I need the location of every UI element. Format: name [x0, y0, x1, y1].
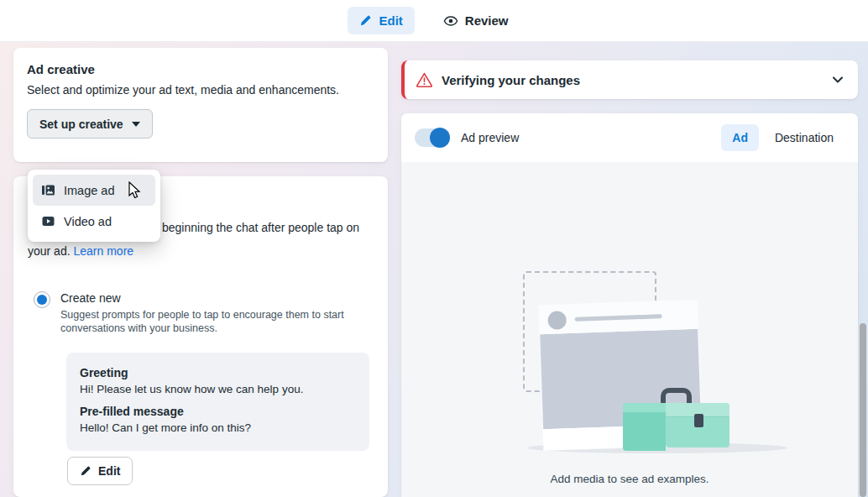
ad-preview-empty-state: Add media to see ad examples.: [401, 162, 858, 497]
tab-review[interactable]: Review: [431, 7, 520, 35]
tab-edit[interactable]: Edit: [348, 7, 414, 34]
warning-triangle-icon: [416, 71, 433, 88]
edit-message-label: Edit: [98, 464, 120, 478]
verifying-changes-title: Verifying your changes: [442, 73, 580, 87]
preview-tabs: Ad Destination: [721, 124, 844, 151]
create-new-label: Create new: [60, 291, 350, 305]
top-tab-bar: Edit Review: [0, 0, 868, 42]
creative-type-dropdown-menu: Image ad Video ad: [28, 170, 160, 242]
messaging-intro-line1: beginning the chat after people tap on: [162, 221, 359, 234]
ad-preview-header: Ad preview Ad Destination: [401, 113, 858, 162]
video-ad-icon: [41, 214, 55, 228]
radio-selected-icon[interactable]: [34, 291, 50, 308]
greeting-label: Greeting: [80, 365, 356, 381]
messaging-intro-line2: your ad. Learn more: [28, 244, 133, 258]
eye-icon: [443, 13, 458, 29]
ad-preview-toggle[interactable]: [415, 128, 450, 147]
ad-creative-title: Ad creative: [27, 62, 374, 76]
ad-creative-card: Ad creative Select and optimize your ad …: [13, 48, 388, 162]
message-template-preview: Greeting Hi! Please let us know how we c…: [66, 353, 369, 451]
vertical-scrollbar-thumb[interactable]: [860, 323, 866, 497]
pencil-icon: [80, 465, 92, 477]
add-media-hint-text: Add media to see ad examples.: [401, 473, 858, 485]
tab-ad[interactable]: Ad: [721, 124, 759, 151]
mouse-cursor-icon: [126, 181, 143, 200]
ad-preview-toggle-label: Ad preview: [461, 131, 519, 144]
mockup-avatar: [547, 311, 567, 330]
verifying-changes-banner[interactable]: Verifying your changes: [401, 60, 858, 99]
greeting-text: Hi! Please let us know how we can help y…: [80, 381, 356, 397]
dropdown-item-video-ad[interactable]: Video ad: [33, 206, 155, 237]
learn-more-link[interactable]: Learn more: [73, 244, 133, 258]
dropdown-item-video-ad-label: Video ad: [64, 215, 112, 228]
toolbox-front-box: [623, 403, 666, 451]
tab-review-label: Review: [465, 13, 509, 28]
caret-down-icon: [132, 122, 140, 127]
chevron-down-icon[interactable]: [831, 73, 844, 86]
edit-message-button[interactable]: Edit: [67, 457, 133, 485]
set-up-creative-label: Set up creative: [39, 118, 123, 131]
prefilled-message-text: Hello! Can I get more info on this?: [80, 420, 356, 436]
prefilled-message-label: Pre-filled message: [80, 404, 356, 420]
tab-edit-label: Edit: [379, 13, 402, 28]
image-ad-icon: [41, 183, 55, 197]
toolbox-latch: [694, 414, 703, 427]
create-new-description: Suggest prompts for people to tap to enc…: [60, 308, 350, 335]
ad-preview-card: Ad preview Ad Destination Add media to s…: [401, 113, 858, 497]
pencil-icon: [359, 14, 372, 27]
ad-creative-subtitle: Select and optimize your ad text, media …: [27, 83, 374, 97]
set-up-creative-button[interactable]: Set up creative: [27, 109, 153, 139]
tab-destination[interactable]: Destination: [764, 124, 844, 151]
mockup-text-line: [575, 314, 662, 322]
toolbox-back-box: [666, 403, 729, 447]
dropdown-item-image-ad-label: Image ad: [64, 184, 114, 197]
create-new-radio-option[interactable]: Create new Suggest prompts for people to…: [34, 291, 350, 335]
